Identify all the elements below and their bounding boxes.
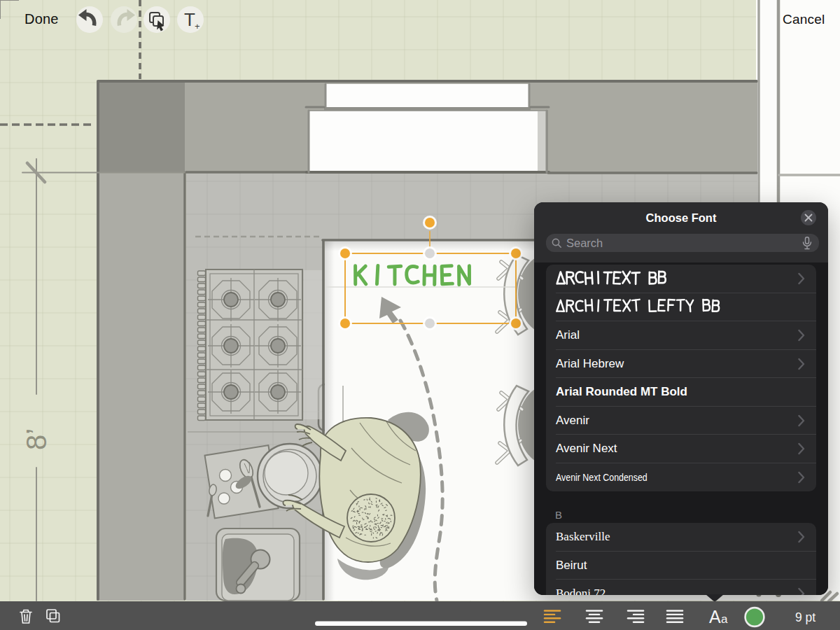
svg-text:T: T bbox=[184, 9, 195, 30]
svg-text:9 pt: 9 pt bbox=[795, 610, 816, 624]
svg-text:+: + bbox=[195, 21, 200, 31]
svg-text:8’: 8’ bbox=[21, 428, 52, 450]
svg-text:A: A bbox=[709, 607, 721, 626]
svg-text:a: a bbox=[721, 612, 728, 626]
